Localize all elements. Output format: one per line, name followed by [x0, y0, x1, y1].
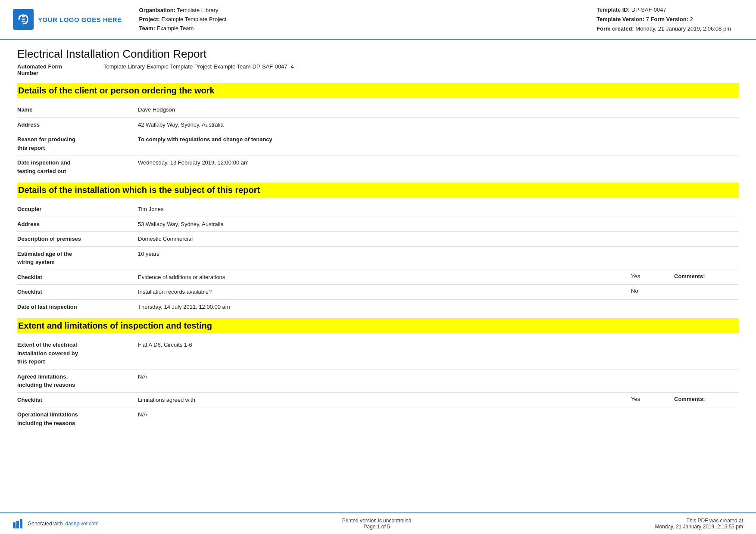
field-label: Date inspection andtesting carried out — [17, 158, 138, 175]
generated-link[interactable]: dashpivot.com — [65, 521, 98, 527]
footer-center: Printed version is uncontrolled Page 1 o… — [342, 518, 412, 530]
table-row: Checklist Limitations agreed with Yes Co… — [17, 393, 739, 408]
table-row: Agreed limitations,including the reasons… — [17, 369, 739, 393]
svg-rect-2 — [20, 519, 22, 528]
table-row: Date inspection andtesting carried out W… — [17, 155, 739, 178]
field-status: Yes — [631, 396, 674, 402]
field-label: Extent of the electricalinstallation cov… — [17, 341, 138, 366]
table-row: Address 42 Wallaby Way, Sydney, Australi… — [17, 118, 739, 133]
field-value: 10 years — [138, 250, 739, 258]
table-row: Occupier Tim Jones — [17, 202, 739, 217]
field-label: Address — [17, 121, 138, 129]
field-label: Date of last inspection — [17, 303, 138, 311]
section-extent-header: Extent and limitations of inspection and… — [17, 318, 739, 333]
form-number-value: Template Library-Example Template Projec… — [103, 63, 294, 70]
comments-label: Comments: — [674, 273, 739, 279]
field-value: Installation records available? — [138, 288, 631, 296]
page-info: Page 1 of 5 — [342, 524, 412, 530]
form-number-row: Automated FormNumber Template Library-Ex… — [17, 63, 739, 76]
table-row: Estimated age of thewiring system 10 yea… — [17, 247, 739, 270]
team-label: Team: — [139, 25, 155, 31]
field-value: To comply with regulations and change of… — [138, 135, 739, 144]
field-status: No — [631, 288, 674, 294]
page-of: of 5 — [381, 524, 390, 530]
template-version-value: 7 — [646, 16, 649, 22]
field-value: Evidence of additions or alterations — [138, 273, 631, 282]
table-row: Date of last inspection Thursday, 14 Jul… — [17, 300, 739, 314]
comments-label: Comments: — [674, 396, 739, 402]
table-row: Operational limitationsincluding the rea… — [17, 407, 739, 430]
footer-left: Generated with dashpivot.com — [13, 519, 99, 528]
footer-logo-icon — [13, 519, 25, 528]
pdf-created-label: This PDF was created at — [655, 518, 743, 524]
field-value: Wednesday, 13 February 2019, 12:00:00 am — [138, 158, 739, 167]
field-label: Operational limitationsincluding the rea… — [17, 410, 138, 427]
table-row: Name Dave Hodgson — [17, 102, 739, 118]
field-value: Limitations agreed with — [138, 396, 631, 404]
header-logo: YOUR LOGO GOES HERE — [13, 5, 122, 34]
section-installation-header: Details of the installation which is the… — [17, 183, 739, 198]
field-label: Name — [17, 106, 138, 114]
team-value: Example Team — [156, 25, 194, 31]
header: YOUR LOGO GOES HERE Organisation: Templa… — [0, 0, 756, 40]
footer-right: This PDF was created at Monday, 21 Janua… — [655, 518, 743, 530]
section-installation-title: Details of the installation which is the… — [18, 185, 738, 195]
template-version-label: Template Version: — [597, 16, 644, 22]
header-center: Organisation: Template Library Project: … — [131, 5, 588, 34]
field-value: 53 Wallaby Way, Sydney, Australia — [138, 220, 739, 229]
field-label: Checklist — [17, 288, 138, 296]
org-label: Organisation: — [139, 7, 176, 13]
svg-rect-1 — [16, 521, 19, 528]
field-label: Checklist — [17, 273, 138, 282]
installation-table: Occupier Tim Jones Address 53 Wallaby Wa… — [17, 202, 739, 314]
field-label: Agreed limitations,including the reasons — [17, 373, 138, 389]
table-row: Address 53 Wallaby Way, Sydney, Australi… — [17, 217, 739, 232]
page: YOUR LOGO GOES HERE Organisation: Templa… — [0, 0, 756, 534]
field-value: Thursday, 14 July 2011, 12:00:00 am — [138, 303, 739, 311]
footer: Generated with dashpivot.com Printed ver… — [0, 512, 756, 534]
svg-rect-0 — [13, 522, 16, 528]
field-label: Checklist — [17, 396, 138, 404]
template-id-label: Template ID: — [597, 6, 630, 13]
section-client-title: Details of the client or person ordering… — [18, 86, 738, 96]
generated-label: Generated with — [28, 521, 62, 527]
doc-title: Electrical Installation Condition Report — [17, 47, 739, 61]
pdf-created-value: Monday, 21 January 2019, 2:15:55 pm — [655, 524, 743, 530]
template-id-value: DP-SAF-0047 — [631, 6, 666, 13]
table-row: Reason for producingthis report To compl… — [17, 132, 739, 155]
field-value: Tim Jones — [138, 205, 739, 214]
field-label: Estimated age of thewiring system — [17, 250, 138, 267]
org-value: Template Library — [177, 7, 218, 13]
field-value: Dave Hodgson — [138, 106, 739, 114]
logo-text: YOUR LOGO GOES HERE — [38, 16, 122, 23]
field-value: N/A — [138, 373, 739, 381]
table-row: Checklist Installation records available… — [17, 285, 739, 300]
logo-icon — [13, 9, 34, 30]
field-label: Occupier — [17, 205, 138, 214]
field-label: Reason for producingthis report — [17, 135, 138, 152]
section-extent-title: Extent and limitations of inspection and… — [18, 321, 738, 331]
form-created-label: Form created: — [597, 25, 634, 32]
field-label: Description of premises — [17, 235, 138, 243]
table-row: Description of premises Domestic Commerc… — [17, 232, 739, 247]
project-label: Project: — [139, 16, 160, 22]
field-value: Flat A D6, Circuits 1-6 — [138, 341, 739, 349]
field-label: Address — [17, 220, 138, 229]
field-value: 42 Wallaby Way, Sydney, Australia — [138, 121, 739, 129]
form-version-value: 2 — [690, 16, 693, 22]
extent-table: Extent of the electricalinstallation cov… — [17, 338, 739, 430]
field-value: Domestic Commercial — [138, 235, 739, 243]
main-content: Electrical Installation Condition Report… — [0, 40, 756, 512]
section-client-header: Details of the client or person ordering… — [17, 83, 739, 98]
field-status: Yes — [631, 273, 674, 279]
header-right: Template ID: DP-SAF-0047 Template Versio… — [597, 5, 743, 34]
form-number-label: Automated FormNumber — [17, 63, 103, 76]
field-value: N/A — [138, 410, 739, 419]
table-row: Extent of the electricalinstallation cov… — [17, 338, 739, 369]
project-value: Example Template Project — [162, 16, 227, 22]
client-table: Name Dave Hodgson Address 42 Wallaby Way… — [17, 102, 739, 178]
uncontrolled-text: Printed version is uncontrolled — [342, 518, 412, 524]
table-row: Checklist Evidence of additions or alter… — [17, 270, 739, 285]
page-label: Page — [363, 524, 375, 530]
page-current: 1 — [377, 524, 380, 530]
